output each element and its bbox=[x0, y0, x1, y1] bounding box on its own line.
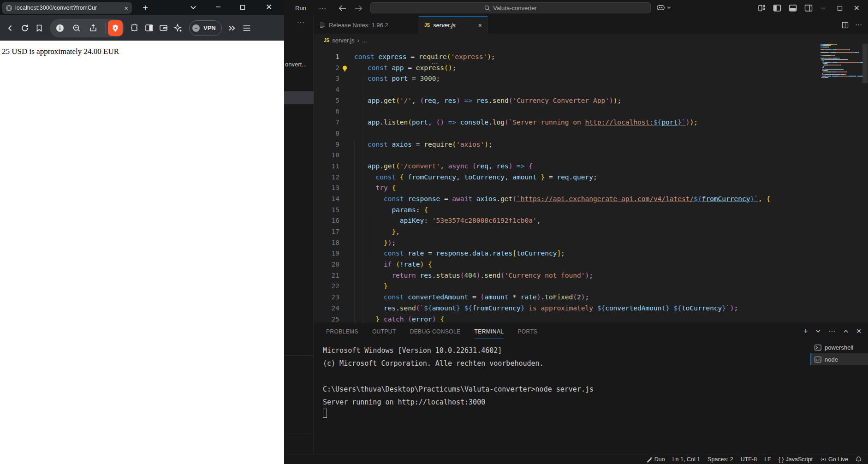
share-icon[interactable] bbox=[89, 24, 98, 33]
sidebar-selected-item[interactable] bbox=[284, 91, 314, 104]
code-line[interactable]: apiKey: '53e3574c28088c6192f1cb0a', bbox=[354, 215, 770, 226]
copilot-icon[interactable] bbox=[656, 3, 671, 12]
browser-minimize-button[interactable] bbox=[213, 4, 223, 10]
site-info-icon[interactable] bbox=[55, 24, 65, 33]
code-line[interactable]: const app = express(); bbox=[354, 63, 770, 74]
leo-ai-sparkle-icon[interactable] bbox=[173, 24, 183, 33]
code-line[interactable]: res.send(`${amount} ${fromCurrency} is a… bbox=[354, 303, 770, 314]
vpn-button[interactable]: − VPN bbox=[189, 20, 222, 36]
vscode-close-button[interactable]: ✕ bbox=[854, 4, 860, 12]
new-tab-button[interactable]: + bbox=[139, 2, 151, 13]
code-line[interactable]: const rate = response.data.rates[toCurre… bbox=[354, 248, 770, 259]
toggle-secondary-sidebar-icon[interactable] bbox=[804, 4, 813, 12]
code-line[interactable]: } catch (error) { bbox=[354, 314, 770, 322]
code-line[interactable]: }, bbox=[354, 226, 770, 238]
panel-more-actions-icon[interactable]: ⋯ bbox=[828, 327, 836, 335]
toggle-panel-icon[interactable] bbox=[789, 4, 797, 12]
code-line[interactable]: app.get('/convert', async (req, res) => … bbox=[354, 161, 770, 172]
status-item-encoding[interactable]: UTF-8 bbox=[741, 456, 757, 463]
code-line[interactable]: }); bbox=[354, 238, 770, 249]
panel-tab-terminal[interactable]: TERMINAL bbox=[475, 324, 504, 339]
code-line[interactable]: app.listen(port, () => console.log(`Serv… bbox=[354, 117, 770, 128]
status-item-duo[interactable]: Duo bbox=[646, 456, 665, 463]
zoom-out-icon[interactable] bbox=[72, 24, 81, 33]
chevron-right-icon: › bbox=[357, 37, 359, 44]
code-line[interactable]: params: { bbox=[354, 205, 770, 216]
vscode-maximize-button[interactable] bbox=[837, 6, 843, 11]
panel-close-icon[interactable]: ✕ bbox=[856, 327, 862, 335]
editor-code-lines[interactable]: const express = require('express');const… bbox=[354, 52, 770, 322]
sidebar-more-actions[interactable]: ··· bbox=[297, 18, 305, 26]
panel-maximize-chevron-icon[interactable] bbox=[844, 329, 848, 333]
customize-layout-icon[interactable] bbox=[758, 4, 766, 12]
breadcrumb[interactable]: JS server.js › ... bbox=[324, 34, 367, 47]
browser-tab[interactable]: localhost:3000/convert?fromCur × bbox=[2, 2, 132, 14]
code-line[interactable] bbox=[354, 128, 770, 139]
status-item-indent[interactable]: Spaces: 2 bbox=[707, 456, 733, 463]
menu-more-ellipsis[interactable]: ··· bbox=[315, 3, 330, 13]
tab-close-icon[interactable]: × bbox=[124, 5, 128, 12]
new-terminal-icon[interactable]: + bbox=[803, 327, 809, 336]
status-item-golive[interactable]: Go Live bbox=[820, 456, 848, 463]
panel-tab-ports[interactable]: PORTS bbox=[517, 324, 537, 339]
terminal-output[interactable]: Microsoft Windows [Version 10.0.22631.46… bbox=[323, 344, 594, 409]
code-line[interactable]: try { bbox=[354, 183, 770, 194]
browser-maximize-button[interactable] bbox=[240, 5, 245, 10]
panel-tab-output[interactable]: OUTPUT bbox=[372, 324, 396, 339]
browser-tab-bar: localhost:3000/convert?fromCur × + ✕ bbox=[0, 0, 284, 15]
bell-icon bbox=[856, 456, 862, 463]
code-line[interactable]: const response = await axios.get(`https:… bbox=[354, 194, 770, 205]
status-item-bell[interactable] bbox=[856, 456, 862, 463]
code-line[interactable] bbox=[354, 84, 770, 95]
nav-back-icon[interactable] bbox=[339, 5, 346, 12]
editor-more-actions-icon[interactable]: ⋯ bbox=[855, 21, 862, 29]
reload-icon[interactable] bbox=[20, 24, 30, 33]
terminal-list-item-powershell[interactable]: powershell bbox=[810, 341, 868, 353]
code-editor[interactable]: 1234567891011121314151617181920212223242… bbox=[314, 47, 862, 322]
overflow-chevrons-icon[interactable] bbox=[227, 24, 237, 32]
panel-tab-debug-console[interactable]: DEBUG CONSOLE bbox=[410, 324, 461, 339]
back-icon[interactable] bbox=[6, 24, 15, 33]
status-item-eol[interactable]: LF bbox=[764, 456, 771, 463]
panel-tab-problems[interactable]: PROBLEMS bbox=[326, 324, 358, 339]
editor-scrollbar[interactable] bbox=[862, 44, 868, 83]
terminal-dropdown-chevron-icon[interactable] bbox=[816, 329, 820, 333]
code-line[interactable]: const express = require('express'); bbox=[354, 52, 770, 63]
extensions-puzzle-icon[interactable] bbox=[130, 24, 139, 33]
menu-run[interactable]: Run bbox=[291, 3, 310, 13]
split-editor-icon[interactable] bbox=[842, 22, 849, 29]
sidebar-folder-label[interactable]: onvert... bbox=[285, 61, 314, 68]
command-center-search[interactable]: Valuta-converter bbox=[370, 2, 651, 13]
code-line[interactable]: app.get('/', (req, res) => res.send('Cur… bbox=[354, 95, 770, 107]
brave-rewards-icon[interactable] bbox=[108, 20, 123, 36]
wallet-icon[interactable] bbox=[159, 24, 168, 32]
sidebar-toggle-icon[interactable] bbox=[145, 24, 154, 32]
minimap[interactable] bbox=[820, 44, 863, 78]
tab-search-chevron-icon[interactable] bbox=[189, 3, 197, 12]
breadcrumb-more[interactable]: ... bbox=[362, 37, 367, 44]
status-item-language[interactable]: { }JavaScript bbox=[779, 456, 813, 463]
code-line[interactable]: return res.status(404).send('Currency no… bbox=[354, 270, 770, 281]
code-line[interactable]: const port = 3000; bbox=[354, 73, 770, 84]
terminal-list-item-node[interactable]: c:\node bbox=[810, 353, 868, 365]
toggle-primary-sidebar-icon[interactable] bbox=[773, 4, 781, 12]
tab-server-js[interactable]: JS server.js × bbox=[419, 16, 488, 34]
code-line[interactable]: const convertedAmount = (amount * rate).… bbox=[354, 292, 770, 303]
braces-icon: { } bbox=[779, 456, 784, 463]
code-line[interactable]: } bbox=[354, 281, 770, 292]
code-line[interactable] bbox=[354, 106, 770, 117]
bookmark-icon[interactable] bbox=[35, 24, 43, 32]
status-item-cursor[interactable]: Ln 1, Col 1 bbox=[672, 456, 700, 463]
code-line[interactable]: const { fromCurrency, toCurrency, amount… bbox=[354, 172, 770, 183]
breadcrumb-file[interactable]: server.js bbox=[332, 37, 354, 44]
code-line[interactable]: const axios = require('axios'); bbox=[354, 139, 770, 150]
tab-close-icon[interactable]: × bbox=[478, 22, 482, 29]
browser-close-button[interactable]: ✕ bbox=[266, 2, 272, 12]
lightbulb-icon[interactable] bbox=[341, 65, 348, 72]
code-line[interactable]: if (!rate) { bbox=[354, 259, 770, 270]
code-line[interactable] bbox=[354, 150, 770, 161]
vscode-minimize-button[interactable] bbox=[820, 5, 826, 11]
nav-forward-icon[interactable] bbox=[355, 5, 363, 12]
menu-hamburger-icon[interactable] bbox=[242, 24, 251, 32]
tab-release-notes[interactable]: Release Notes: 1.96.2 bbox=[314, 16, 419, 34]
